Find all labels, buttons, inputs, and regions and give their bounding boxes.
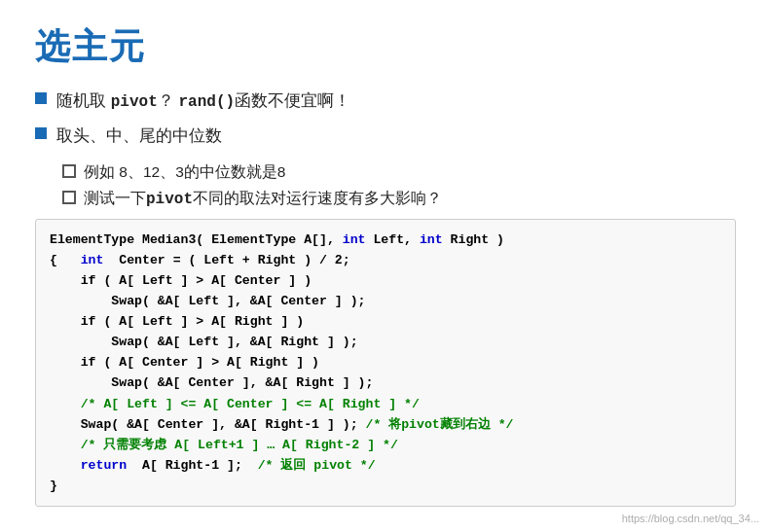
code-line-7: if ( A[ Center ] > A[ Right ] ) [50,352,721,372]
code-line-2: { int Center = ( Left + Right ) / 2; [50,250,721,270]
bullet-square-icon [35,92,47,104]
code-line-12: return A[ Right-1 ]; /* 返回 pivot */ [50,455,721,476]
bullet-2-text: 取头、中、尾的中位数 [56,124,222,149]
code-line-13: } [50,476,721,496]
sub-bullet-icon-2 [62,191,76,204]
sub-bullet-1-text: 例如 8、12、3的中位数就是8 [84,162,285,183]
sub-bullet-item-2: 测试一下pivot不同的取法对运行速度有多大影响？ [62,189,736,209]
slide-container: 选主元 随机取 pivot？ rand()函数不便宜啊！ 取头、中、尾的中位数 … [0,0,771,532]
watermark: https://blog.csdn.net/qq_34... [622,513,759,524]
code-line-11: /* 只需要考虑 A[ Left+1 ] … A[ Right-2 ] */ [50,435,721,455]
code-line-10: Swap( &A[ Center ], &A[ Right-1 ] ); /* … [50,414,721,435]
slide-title: 选主元 [35,23,736,71]
bullet-square-icon-2 [35,127,47,139]
sub-bullet-icon-1 [62,164,76,178]
main-bullet-list: 随机取 pivot？ rand()函数不便宜啊！ 取头、中、尾的中位数 [35,89,736,149]
sub-bullet-item-1: 例如 8、12、3的中位数就是8 [62,162,736,183]
code-line-9: /* A[ Left ] <= A[ Center ] <= A[ Right … [50,394,721,414]
code-line-3: if ( A[ Left ] > A[ Center ] ) [50,270,721,291]
code-block: ElementType Median3( ElementType A[], in… [35,219,736,508]
code-rand: rand() [178,93,235,111]
code-pivot-2: pivot [146,191,193,208]
code-line-6: Swap( &A[ Left ], &A[ Right ] ); [50,332,721,352]
code-pivot: pivot [111,93,158,111]
sub-bullet-list: 例如 8、12、3的中位数就是8 测试一下pivot不同的取法对运行速度有多大影… [62,162,736,209]
code-line-1: ElementType Median3( ElementType A[], in… [50,230,721,250]
bullet-item-1: 随机取 pivot？ rand()函数不便宜啊！ [35,89,736,114]
code-line-4: Swap( &A[ Left ], &A[ Center ] ); [50,291,721,311]
bullet-1-text: 随机取 pivot？ rand()函数不便宜啊！ [56,89,350,114]
code-line-5: if ( A[ Left ] > A[ Right ] ) [50,311,721,332]
bullet-item-2: 取头、中、尾的中位数 [35,124,736,149]
sub-bullet-2-text: 测试一下pivot不同的取法对运行速度有多大影响？ [84,189,442,209]
code-line-8: Swap( &A[ Center ], &A[ Right ] ); [50,372,721,393]
